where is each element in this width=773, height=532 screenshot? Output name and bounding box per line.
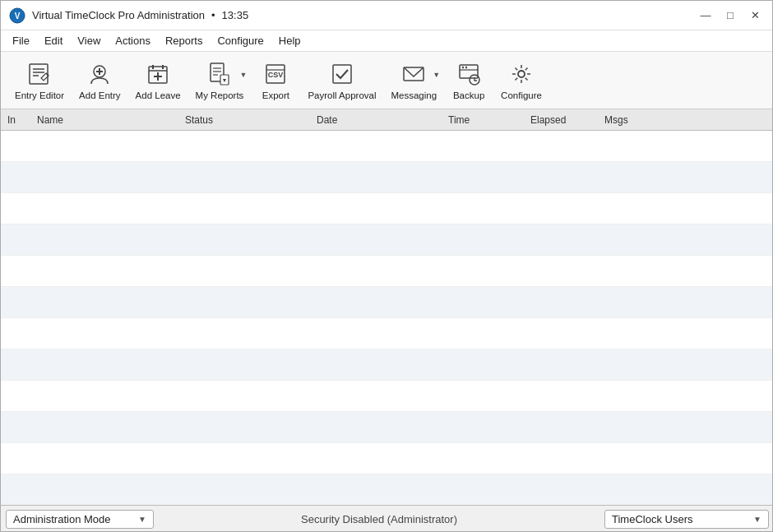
close-button[interactable]: ✕ xyxy=(744,7,766,24)
table-header: In Name Status Date Time Elapsed Msgs xyxy=(1,109,773,131)
svg-line-38 xyxy=(516,67,518,70)
export-label: Export xyxy=(262,90,289,100)
svg-line-41 xyxy=(516,77,518,80)
messaging-button[interactable]: Messaging ▼ xyxy=(383,55,444,106)
menu-view[interactable]: View xyxy=(71,33,107,49)
toolbar: Entry Editor Add Entry xyxy=(1,52,773,109)
export-button[interactable]: CSV Export xyxy=(251,55,300,106)
messaging-dropdown-arrow: ▼ xyxy=(433,71,440,79)
table-row xyxy=(1,318,773,349)
col-name: Name xyxy=(30,114,178,126)
users-caret: ▼ xyxy=(753,515,761,524)
payroll-approval-button[interactable]: Payroll Approval xyxy=(300,55,383,106)
admin-mode-label: Administration Mode xyxy=(13,513,111,525)
my-reports-dropdown-arrow: ▼ xyxy=(239,71,247,79)
table-row xyxy=(1,412,773,443)
payroll-approval-icon xyxy=(329,61,355,87)
svg-line-39 xyxy=(525,77,528,80)
entry-editor-icon xyxy=(26,61,53,87)
add-entry-label: Add Entry xyxy=(79,90,121,100)
menu-help[interactable]: Help xyxy=(272,33,308,49)
title-controls: — □ ✕ xyxy=(695,7,766,24)
table-row xyxy=(1,193,773,224)
add-entry-button[interactable]: Add Entry xyxy=(72,55,128,106)
admin-mode-caret: ▼ xyxy=(138,515,146,524)
backup-button[interactable]: Backup xyxy=(444,55,493,106)
configure-label: Configure xyxy=(501,90,542,100)
configure-icon xyxy=(508,61,535,87)
col-elapsed: Elapsed xyxy=(524,114,598,126)
table-row xyxy=(1,349,773,381)
add-leave-button[interactable]: Add Leave xyxy=(128,55,188,106)
maximize-button[interactable]: □ xyxy=(720,7,741,24)
table-body[interactable] xyxy=(1,131,773,505)
backup-icon xyxy=(456,61,482,87)
table-row xyxy=(1,474,773,505)
users-label: TimeClock Users xyxy=(612,513,692,525)
app-icon: V xyxy=(9,7,25,24)
window-time: • xyxy=(211,9,215,21)
svg-text:V: V xyxy=(15,12,21,21)
payroll-approval-label: Payroll Approval xyxy=(308,90,376,100)
configure-button[interactable]: Configure xyxy=(493,55,549,106)
my-reports-button[interactable]: ▼ My Reports ▼ xyxy=(188,55,252,106)
svg-point-32 xyxy=(465,66,467,67)
messaging-label: Messaging xyxy=(391,90,437,100)
col-status: Status xyxy=(178,114,310,126)
table-row xyxy=(1,131,773,162)
entry-editor-button[interactable]: Entry Editor xyxy=(7,55,72,106)
svg-rect-25 xyxy=(333,65,351,83)
col-in: In xyxy=(1,114,30,126)
messaging-icon xyxy=(400,61,427,87)
window-clock: 13:35 xyxy=(222,9,249,21)
add-leave-icon xyxy=(145,61,171,87)
backup-label: Backup xyxy=(453,90,484,100)
content-area: In Name Status Date Time Elapsed Msgs xyxy=(1,109,773,505)
menu-bar: File Edit View Actions Reports Configure… xyxy=(1,30,773,52)
main-table: In Name Status Date Time Elapsed Msgs xyxy=(1,109,773,505)
table-row xyxy=(1,256,773,287)
svg-line-40 xyxy=(525,67,528,70)
minimize-button[interactable]: — xyxy=(695,7,716,24)
add-leave-label: Add Leave xyxy=(136,90,181,100)
menu-configure[interactable]: Configure xyxy=(211,33,270,49)
table-row xyxy=(1,287,773,318)
app-window: V Virtual TimeClock Pro Administration •… xyxy=(1,1,773,532)
table-row xyxy=(1,162,773,193)
title-bar: V Virtual TimeClock Pro Administration •… xyxy=(1,1,773,30)
menu-file[interactable]: File xyxy=(6,33,36,49)
my-reports-icon: ▼ xyxy=(206,61,233,87)
admin-mode-dropdown[interactable]: Administration Mode ▼ xyxy=(6,510,154,529)
title-left: V Virtual TimeClock Pro Administration •… xyxy=(9,7,248,24)
users-dropdown[interactable]: TimeClock Users ▼ xyxy=(604,510,769,529)
svg-point-33 xyxy=(518,71,525,77)
export-icon: CSV xyxy=(262,61,289,87)
status-center-text: Security Disabled (Administrator) xyxy=(159,513,599,525)
col-time: Time xyxy=(442,114,524,126)
add-entry-icon xyxy=(86,61,113,87)
table-row xyxy=(1,224,773,256)
svg-text:CSV: CSV xyxy=(268,71,284,79)
menu-reports[interactable]: Reports xyxy=(159,33,210,49)
menu-edit[interactable]: Edit xyxy=(38,33,69,49)
svg-text:▼: ▼ xyxy=(222,77,228,83)
entry-editor-label: Entry Editor xyxy=(15,90,64,100)
table-row xyxy=(1,443,773,474)
col-date: Date xyxy=(310,114,442,126)
table-row xyxy=(1,381,773,412)
status-bar: Administration Mode ▼ Security Disabled … xyxy=(1,505,773,532)
my-reports-label: My Reports xyxy=(196,90,244,100)
col-msgs: Msgs xyxy=(598,114,647,126)
window-title: Virtual TimeClock Pro Administration xyxy=(32,9,205,21)
menu-actions[interactable]: Actions xyxy=(109,33,157,49)
svg-point-31 xyxy=(462,66,464,67)
